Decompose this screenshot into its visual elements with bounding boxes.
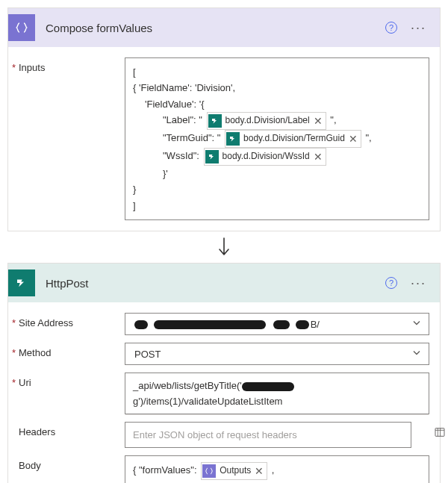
switch-mode-icon[interactable]: [434, 426, 446, 440]
json-line: ]: [133, 198, 421, 214]
compose-icon: [202, 464, 216, 478]
method-label: Method: [19, 343, 116, 358]
json-line: }: [133, 181, 421, 197]
help-icon[interactable]: ?: [385, 22, 397, 34]
sharepoint-icon: [226, 132, 240, 146]
http-title: HttpPost: [46, 277, 375, 290]
method-select[interactable]: POST: [125, 343, 429, 365]
json-line: "TermGuid": " body.d.Division/TermGuid ✕…: [133, 130, 421, 148]
connector-arrow-icon: [7, 233, 441, 261]
remove-token-icon[interactable]: ✕: [314, 152, 323, 162]
dynamic-token-outputs[interactable]: Outputs ✕: [201, 462, 267, 480]
json-line: { "formValues": Outputs ✕ ,: [133, 462, 421, 480]
sharepoint-icon: [208, 114, 222, 128]
json-line: "Label": " body.d.Division/Label ✕ ",: [133, 112, 421, 130]
headers-label: Headers: [19, 422, 116, 437]
help-icon[interactable]: ?: [385, 277, 397, 289]
http-body: Site Address B/ Method: [8, 302, 440, 483]
json-line: { 'FieldName': 'Division',: [133, 80, 421, 96]
site-address-label: Site Address: [19, 313, 116, 328]
body-label: Body: [19, 455, 116, 471]
sharepoint-icon: [205, 150, 219, 163]
json-line: "WssId": body.d.Division/WssId ✕: [133, 148, 421, 166]
remove-token-icon[interactable]: ✕: [314, 116, 323, 126]
remove-token-icon[interactable]: ✕: [255, 466, 264, 476]
inputs-label: Inputs: [19, 57, 116, 73]
uri-input[interactable]: _api/web/lists/getByTitle('g')/items(1)/…: [125, 373, 429, 414]
svg-rect-0: [435, 429, 444, 437]
http-card: HttpPost ? ··· Site Address B/: [7, 263, 441, 483]
chevron-down-icon: [412, 319, 421, 330]
json-line: "bNewDocumentUpdate": true: [133, 480, 421, 483]
compose-card: Compose formValues ? ··· Inputs [ { 'Fie…: [7, 7, 441, 231]
body-input[interactable]: { "formValues": Outputs ✕ , "bNewDocumen…: [125, 455, 429, 483]
json-line: }': [133, 166, 421, 181]
headers-input[interactable]: Enter JSON object of request headers: [125, 422, 411, 448]
chevron-down-icon: [412, 349, 421, 360]
http-header[interactable]: HttpPost ? ···: [8, 264, 440, 302]
inputs-field[interactable]: [ { 'FieldName': 'Division', 'FieldValue…: [125, 57, 429, 220]
redacted-content: [134, 319, 309, 330]
compose-body: Inputs [ { 'FieldName': 'Division', 'Fie…: [8, 47, 440, 231]
json-line: [: [133, 64, 421, 80]
more-icon[interactable]: ···: [408, 24, 429, 31]
dynamic-token-wssid[interactable]: body.d.Division/WssId ✕: [204, 148, 326, 166]
json-line: 'FieldValue': '{: [133, 96, 421, 112]
compose-title: Compose formValues: [46, 22, 375, 34]
more-icon[interactable]: ···: [408, 279, 429, 287]
uri-label: Uri: [19, 373, 116, 388]
dynamic-token-label[interactable]: body.d.Division/Label ✕: [207, 112, 326, 130]
dynamic-token-termguid[interactable]: body.d.Division/TermGuid ✕: [225, 130, 361, 148]
remove-token-icon[interactable]: ✕: [349, 134, 358, 144]
site-address-select[interactable]: B/: [125, 313, 429, 335]
compose-header[interactable]: Compose formValues ? ···: [8, 8, 440, 47]
sharepoint-icon: [8, 269, 35, 296]
compose-icon: [8, 14, 35, 41]
